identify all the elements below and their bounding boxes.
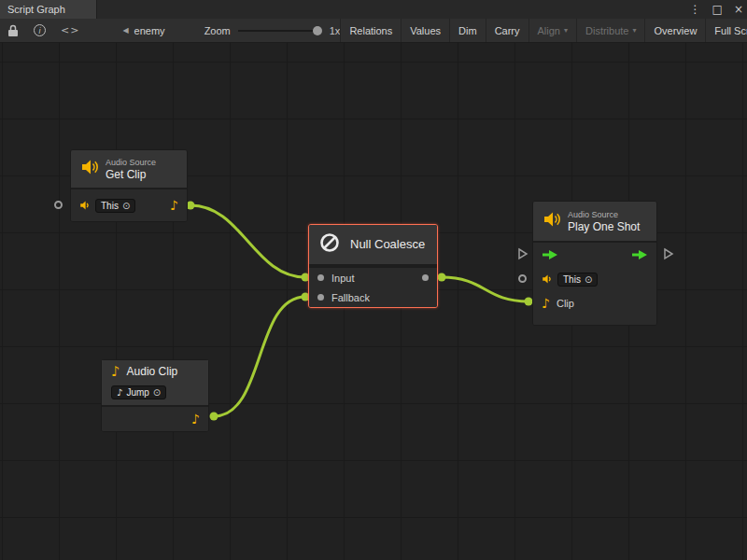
window-tab-bar: Script Graph ⋮ □ × <box>0 0 747 19</box>
this-port-row: This ⊙ <box>533 267 656 291</box>
node-audio-clip[interactable]: ♪ Audio Clip ♪ Jump ⊙ ♪ <box>101 359 209 432</box>
lock-icon[interactable] <box>7 24 19 37</box>
clip-port-label: Clip <box>557 298 574 309</box>
object-picker-icon[interactable]: ⊙ <box>122 201 130 211</box>
node-category: Audio Source <box>568 210 640 220</box>
music-note-icon: ♪ <box>117 387 122 398</box>
node-play-one-shot[interactable]: Audio Source Play One Shot This ⊙ <box>532 201 657 326</box>
align-dropdown: Align ▾ <box>529 19 576 42</box>
input-port-row: Input <box>309 268 437 287</box>
control-flow-row <box>533 243 656 267</box>
back-arrow-icon[interactable]: ◀ <box>122 26 128 35</box>
clip-input-icon: ♪ <box>542 297 550 310</box>
chevron-down-icon: ▾ <box>632 26 636 35</box>
output-port-row: ♪ <box>102 407 208 431</box>
flow-in-arrow-icon[interactable] <box>542 249 558 260</box>
dim-button[interactable]: Dim <box>449 19 486 42</box>
input-port-dot[interactable] <box>317 274 324 281</box>
audio-source-icon <box>543 210 561 232</box>
zoom-slider-handle[interactable] <box>313 26 322 35</box>
code-icon[interactable]: <> <box>61 24 79 36</box>
zoom-label: Zoom <box>204 25 231 36</box>
zoom-slider-track <box>238 30 322 32</box>
node-header: Null Coalesce <box>309 225 437 264</box>
window-controls: ⋮ □ × <box>690 0 743 19</box>
this-object-field[interactable]: This ⊙ <box>95 199 135 213</box>
audioclip-output-icon: ♪ <box>191 413 200 426</box>
graph-toolbar: i <> ◀ enemy Zoom 1x Relations Values Di… <box>0 19 747 43</box>
this-object-field[interactable]: This ⊙ <box>557 273 598 287</box>
audio-clip-icon: ♪ <box>111 365 120 379</box>
wire-audioclip-to-fallback[interactable] <box>214 297 305 416</box>
carry-button[interactable]: Carry <box>486 19 529 42</box>
node-header: Audio Source Play One Shot <box>533 202 656 241</box>
audioclip-output-icon: ♪ <box>170 199 178 212</box>
port-flow-exit[interactable] <box>665 249 672 259</box>
wire-null-to-clip[interactable] <box>442 277 529 301</box>
port-null-output[interactable] <box>438 273 446 282</box>
maximize-icon[interactable]: □ <box>712 4 723 15</box>
port-audioclip-output[interactable] <box>210 413 218 421</box>
relations-button[interactable]: Relations <box>340 19 401 42</box>
port-getclip-this-input[interactable] <box>54 201 63 209</box>
node-title: Get Clip <box>106 168 156 181</box>
node-get-clip[interactable]: Audio Source Get Clip This ⊙ ♪ <box>70 149 188 222</box>
port-flow-enter[interactable] <box>519 249 527 259</box>
fallback-port-dot[interactable] <box>317 294 324 301</box>
overview-button[interactable]: Overview <box>644 19 705 42</box>
audio-source-icon <box>80 158 99 180</box>
audioclip-object-field[interactable]: ♪ Jump ⊙ <box>111 385 166 399</box>
port-playoneshot-this-input[interactable] <box>518 274 527 283</box>
fallback-port-row: Fallback <box>309 287 437 307</box>
toolbar-buttons: Relations Values Dim Carry Align ▾ Distr… <box>340 19 747 42</box>
node-null-coalesce[interactable]: Null Coalesce Input Fallback <box>308 224 438 308</box>
object-picker-icon[interactable]: ⊙ <box>585 274 592 285</box>
graph-name: enemy <box>134 25 165 36</box>
object-picker-icon[interactable]: ⊙ <box>153 387 161 398</box>
fallback-port-label: Fallback <box>331 292 370 303</box>
close-icon[interactable]: × <box>734 4 743 15</box>
null-coalesce-icon <box>318 231 341 258</box>
values-button[interactable]: Values <box>401 19 449 42</box>
wire-getclip-to-input[interactable] <box>190 205 305 277</box>
toolbar-left-icons: i <> <box>0 24 79 37</box>
input-port-label: Input <box>331 273 354 284</box>
zoom-group: Zoom 1x <box>204 24 341 37</box>
node-category: Audio Source <box>106 158 156 168</box>
node-value-row: ♪ Jump ⊙ <box>102 383 208 405</box>
node-title: Audio Clip <box>127 365 178 378</box>
node-footer <box>533 315 656 325</box>
flow-out-arrow-icon[interactable] <box>631 249 648 260</box>
node-title: Play One Shot <box>568 220 640 233</box>
fullscreen-button[interactable]: Full Screen <box>705 19 747 42</box>
kebab-menu-icon[interactable]: ⋮ <box>690 4 701 15</box>
zoom-value: 1x <box>330 25 341 36</box>
breadcrumb[interactable]: ◀ enemy <box>122 25 164 36</box>
speaker-icon <box>542 273 553 285</box>
tab-label: Script Graph <box>7 4 65 15</box>
speaker-icon <box>79 200 91 211</box>
distribute-dropdown: Distribute ▾ <box>576 19 644 42</box>
zoom-slider[interactable] <box>238 24 322 37</box>
node-header: Audio Source Get Clip <box>71 150 187 188</box>
this-port-row: This ⊙ ♪ <box>71 189 187 221</box>
info-icon[interactable]: i <box>34 24 46 36</box>
node-title: Null Coalesce <box>350 238 425 251</box>
graph-canvas[interactable]: Audio Source Get Clip This ⊙ ♪ <box>0 43 747 560</box>
result-port-dot[interactable] <box>422 274 429 281</box>
chevron-down-icon: ▾ <box>564 26 568 35</box>
clip-port-row: ♪ Clip <box>533 291 656 315</box>
tab-script-graph[interactable]: Script Graph <box>0 0 97 19</box>
node-header: ♪ Audio Clip <box>102 360 208 383</box>
